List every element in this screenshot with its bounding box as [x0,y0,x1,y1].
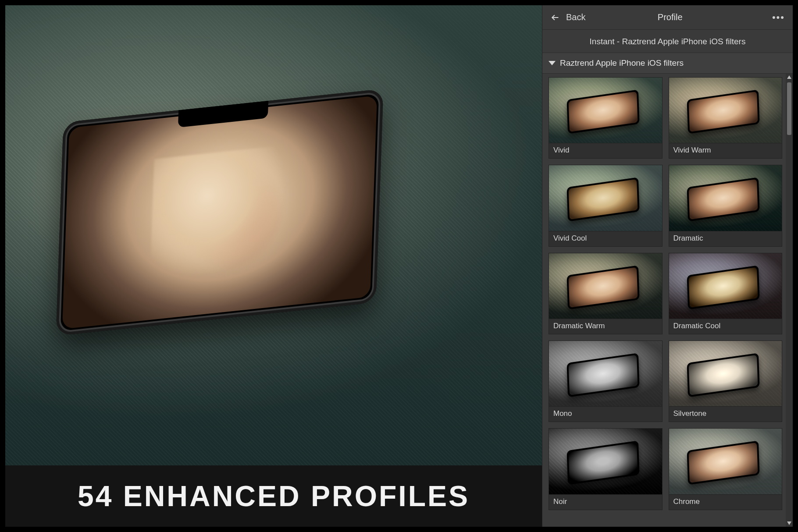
filter-thumb-label: Chrome [669,494,782,510]
filter-thumb-label: Noir [549,494,662,510]
back-arrow-icon[interactable] [550,13,560,22]
svg-marker-1 [787,75,791,79]
preview-pane: 54 Enhanced Profiles [5,5,542,527]
filter-thumb-label: Vivid Cool [549,231,662,246]
current-preset-label: Instant - Raztrend Apple iPhone iOS filt… [542,30,793,53]
filter-thumb-image [549,165,662,231]
filter-thumb-image [669,165,782,231]
promo-banner: 54 Enhanced Profiles [5,465,542,527]
filter-thumb-label: Silvertone [669,406,782,422]
filter-thumb-silvertone[interactable]: Silvertone [669,340,783,422]
filter-thumb-vivid[interactable]: Vivid [549,77,663,159]
filter-thumb-dramatic[interactable]: Dramatic [669,165,783,246]
filter-thumb-label: Dramatic Warm [549,319,662,334]
panel-title: Profile [574,12,766,22]
filter-thumb-image [549,253,662,319]
filter-thumb-image [669,78,782,143]
scrollbar-thumb[interactable] [787,82,791,135]
filter-thumb-label: Mono [549,406,662,422]
filter-thumb-vivid-warm[interactable]: Vivid Warm [669,77,783,159]
filter-thumb-image [669,429,782,494]
filter-thumbnail-grid[interactable]: VividVivid WarmVivid CoolDramaticDramati… [542,74,786,527]
filter-thumb-image [549,78,662,143]
svg-marker-2 [787,521,791,525]
filter-thumb-image [549,429,662,494]
disclosure-triangle-icon [549,61,556,65]
promo-banner-text: 54 Enhanced Profiles [78,479,470,513]
filter-thumb-chrome[interactable]: Chrome [669,428,783,510]
scroll-up-icon[interactable] [786,74,793,81]
filter-thumb-label: Vivid [549,143,662,158]
filter-thumb-label: Vivid Warm [669,143,782,158]
filter-thumb-label: Dramatic [669,231,782,246]
more-options-icon[interactable]: ••• [772,12,785,23]
filter-thumb-dramatic-warm[interactable]: Dramatic Warm [549,253,663,334]
preview-phone-screen [62,96,378,329]
filter-group-name: Raztrend Apple iPhone iOS filters [560,58,684,68]
filter-group-header[interactable]: Raztrend Apple iPhone iOS filters [542,53,793,74]
preview-image [5,5,542,465]
scroll-down-icon[interactable] [786,520,793,527]
panel-header: Back Profile ••• [542,5,793,30]
filter-thumb-label: Dramatic Cool [669,319,782,334]
filter-thumb-image [669,253,782,319]
filter-thumb-dramatic-cool[interactable]: Dramatic Cool [669,253,783,334]
filter-thumb-noir[interactable]: Noir [549,428,663,510]
filter-thumb-image [669,341,782,406]
scrollbar-track[interactable] [786,74,793,527]
preview-portrait [150,145,290,280]
preview-phone [56,89,384,336]
filter-thumb-vivid-cool[interactable]: Vivid Cool [549,165,663,246]
filter-thumb-image [549,341,662,406]
filter-thumb-mono[interactable]: Mono [549,340,663,422]
profile-panel: Back Profile ••• Instant - Raztrend Appl… [542,5,793,527]
